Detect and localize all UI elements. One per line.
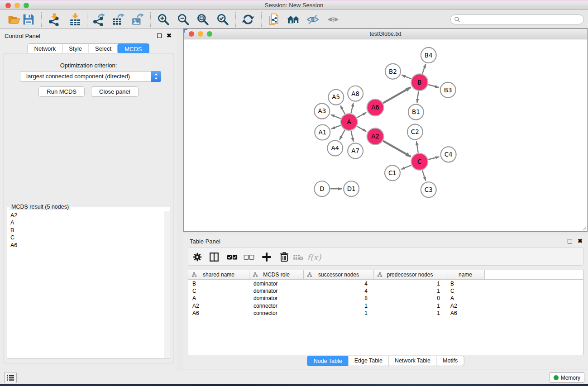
- zoom-window-icon[interactable]: [24, 3, 29, 8]
- tab-motifs[interactable]: Motifs: [436, 356, 464, 366]
- mcds-result-scrollbar[interactable]: [164, 211, 170, 358]
- tab-mcds[interactable]: MCDS: [117, 43, 149, 54]
- table-row[interactable]: A6connector11A6: [188, 310, 583, 317]
- close-panel-icon[interactable]: ✖: [167, 33, 172, 38]
- column-header-name[interactable]: name: [446, 270, 485, 279]
- cell-successor-nodes[interactable]: 1: [304, 302, 374, 310]
- edge-A-A7[interactable]: [351, 131, 353, 142]
- edge-A-A2[interactable]: [357, 126, 367, 131]
- edge-A-A6[interactable]: [357, 112, 367, 117]
- criterion-dropdown[interactable]: largest connected component (directed): [20, 71, 161, 82]
- network-canvas[interactable]: AA1A2A3A4A5A6A7A8BB1B2B3B4CC1C2C3C4DD1: [184, 40, 587, 231]
- cell-MCDS-role[interactable]: dominator: [249, 295, 304, 302]
- edge-A-A4[interactable]: [339, 130, 345, 140]
- edge-B-B3[interactable]: [428, 85, 439, 87]
- open-file-button[interactable]: [6, 12, 22, 27]
- tab-edge-table[interactable]: Edge Table: [348, 356, 388, 366]
- resize-grip-icon[interactable]: [581, 225, 587, 231]
- task-history-button[interactable]: [4, 372, 17, 383]
- edge-C-C2[interactable]: [416, 141, 418, 152]
- save-session-button[interactable]: [21, 12, 36, 27]
- column-header-shared-name[interactable]: shared name: [188, 270, 249, 279]
- cell-shared-name[interactable]: A6: [188, 310, 249, 317]
- zoom-in-button[interactable]: [156, 12, 171, 27]
- edge-A-A1[interactable]: [331, 125, 341, 129]
- cell-successor-nodes[interactable]: 4: [304, 287, 374, 295]
- export-image-button[interactable]: [130, 12, 145, 27]
- table-settings-button[interactable]: [191, 251, 203, 263]
- cell-shared-name[interactable]: B: [188, 280, 249, 287]
- edge-C-C4[interactable]: [428, 157, 439, 159]
- cell-shared-name[interactable]: A: [188, 295, 249, 302]
- float-table-panel-icon[interactable]: [568, 239, 572, 243]
- cell-MCDS-role[interactable]: dominator: [249, 287, 304, 295]
- cell-name[interactable]: C: [446, 287, 485, 295]
- tab-node-table[interactable]: Node Table: [307, 356, 349, 366]
- tab-style[interactable]: Style: [62, 44, 88, 53]
- edge-B-B4[interactable]: [422, 64, 425, 74]
- export-table-button[interactable]: [110, 12, 126, 27]
- cell-shared-name[interactable]: A2: [188, 302, 249, 310]
- tab-select[interactable]: Select: [88, 44, 118, 53]
- search-input[interactable]: [462, 16, 583, 23]
- import-network-button[interactable]: [47, 12, 62, 27]
- table-row[interactable]: Bdominator41B: [188, 280, 583, 287]
- column-header-MCDS-role[interactable]: MCDS role: [249, 270, 304, 279]
- apply-layout-button[interactable]: [240, 12, 256, 27]
- home-button[interactable]: [286, 12, 301, 27]
- mcds-result-item[interactable]: B: [8, 227, 163, 234]
- hide-selected-button[interactable]: [305, 12, 320, 27]
- cell-MCDS-role[interactable]: connector: [249, 302, 304, 310]
- cell-predecessor-nodes[interactable]: 1: [374, 280, 446, 287]
- search-box[interactable]: [450, 14, 584, 24]
- add-entry-button[interactable]: [261, 251, 272, 263]
- mcds-result-list[interactable]: A2ABCA6: [8, 212, 163, 357]
- column-header-predecessor-nodes[interactable]: predecessor nodes: [374, 270, 446, 279]
- maximize-network-icon[interactable]: [207, 31, 212, 37]
- edge-A2-C[interactable]: [383, 141, 411, 157]
- edge-A6-B[interactable]: [383, 87, 411, 103]
- mcds-result-item[interactable]: A2: [8, 212, 163, 219]
- edge-B-B2[interactable]: [402, 75, 411, 79]
- zoom-out-button[interactable]: [176, 12, 191, 27]
- minimize-network-icon[interactable]: [198, 31, 203, 37]
- cell-successor-nodes[interactable]: 8: [304, 295, 374, 302]
- cell-MCDS-role[interactable]: connector: [249, 310, 304, 317]
- cell-predecessor-nodes[interactable]: 1: [374, 302, 446, 310]
- mcds-result-item[interactable]: C: [8, 234, 163, 241]
- table-row[interactable]: Cdominator41C: [188, 287, 583, 295]
- cell-name[interactable]: A6: [446, 310, 485, 317]
- zoom-selected-button[interactable]: [215, 12, 230, 27]
- close-panel-button[interactable]: Close panel: [91, 86, 139, 97]
- mcds-result-item[interactable]: A: [8, 219, 163, 226]
- cell-successor-nodes[interactable]: 1: [304, 310, 374, 317]
- export-network-button[interactable]: [91, 12, 106, 27]
- show-hidden-button[interactable]: [325, 12, 341, 27]
- cell-name[interactable]: B: [446, 280, 485, 287]
- format-columns-button[interactable]: [208, 251, 220, 263]
- table-row[interactable]: A2connector11A2: [188, 302, 583, 310]
- cell-name[interactable]: A: [446, 295, 485, 302]
- edge-A-A3[interactable]: [331, 114, 341, 119]
- cell-predecessor-nodes[interactable]: 0: [374, 295, 446, 302]
- zoom-fit-button[interactable]: [195, 12, 210, 27]
- run-mcds-button[interactable]: Run MCDS: [38, 86, 85, 97]
- memory-button[interactable]: Memory: [550, 372, 584, 383]
- delete-entry-button[interactable]: [278, 251, 290, 263]
- close-window-icon[interactable]: [5, 3, 11, 8]
- table-row[interactable]: Adominator80A: [188, 295, 583, 302]
- network-from-selection-button[interactable]: [266, 12, 282, 27]
- tab-network[interactable]: Network: [28, 44, 62, 53]
- cell-MCDS-role[interactable]: dominator: [249, 280, 304, 287]
- cell-name[interactable]: A2: [446, 302, 485, 310]
- edge-A-A8[interactable]: [351, 103, 354, 113]
- cell-successor-nodes[interactable]: 4: [304, 280, 374, 287]
- deselect-all-button[interactable]: [243, 251, 255, 263]
- import-table-button[interactable]: [67, 12, 83, 27]
- mcds-result-item[interactable]: A6: [8, 242, 163, 249]
- edge-A-A5[interactable]: [340, 105, 345, 114]
- close-network-icon[interactable]: [189, 31, 194, 37]
- network-window-titlebar[interactable]: testGlobe.txt: [184, 29, 587, 39]
- float-panel-icon[interactable]: [157, 33, 162, 38]
- cell-predecessor-nodes[interactable]: 1: [374, 287, 446, 295]
